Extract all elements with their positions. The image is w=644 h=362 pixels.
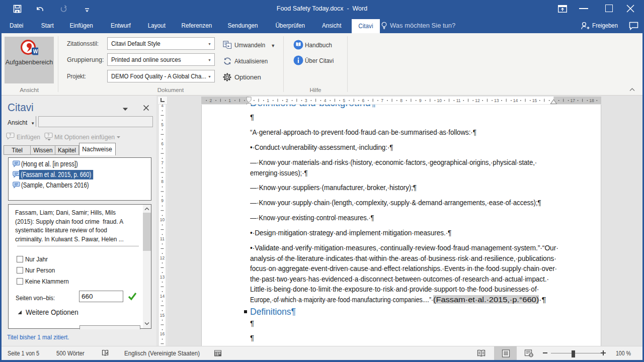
svg-text:12: 12: [160, 255, 165, 260]
svg-text:9: 9: [419, 98, 422, 103]
svg-text:4: 4: [161, 105, 164, 108]
svg-text:8: 8: [400, 98, 403, 103]
svg-text:9: 9: [161, 198, 164, 203]
svg-text:15: 15: [532, 98, 537, 103]
svg-text:2: 2: [286, 98, 288, 103]
svg-text:6: 6: [362, 98, 364, 103]
svg-text:12: 12: [475, 98, 480, 103]
svg-text:17: 17: [570, 98, 575, 103]
svg-text:11: 11: [456, 98, 461, 103]
svg-text:15: 15: [160, 313, 165, 318]
svg-text:1: 1: [228, 98, 231, 103]
svg-text:10: 10: [160, 217, 165, 222]
svg-text:7: 7: [161, 160, 164, 165]
svg-text:6: 6: [161, 141, 164, 146]
svg-text:4: 4: [324, 98, 327, 103]
svg-text:10: 10: [437, 98, 442, 103]
svg-text:5: 5: [343, 98, 346, 103]
svg-text:3: 3: [305, 98, 307, 103]
svg-text:14: 14: [160, 294, 165, 299]
svg-text:14: 14: [513, 98, 518, 103]
svg-text:13: 13: [160, 275, 165, 280]
svg-text:18: 18: [589, 98, 594, 103]
svg-text:5: 5: [161, 122, 164, 127]
svg-text:7: 7: [381, 98, 383, 103]
svg-text:W: W: [33, 49, 38, 54]
svg-text:2: 2: [210, 98, 212, 103]
svg-text:16: 16: [160, 331, 165, 336]
svg-text:8: 8: [161, 179, 164, 184]
svg-text:11: 11: [160, 236, 165, 241]
svg-text:13: 13: [494, 98, 499, 103]
svg-text:1: 1: [267, 98, 269, 103]
